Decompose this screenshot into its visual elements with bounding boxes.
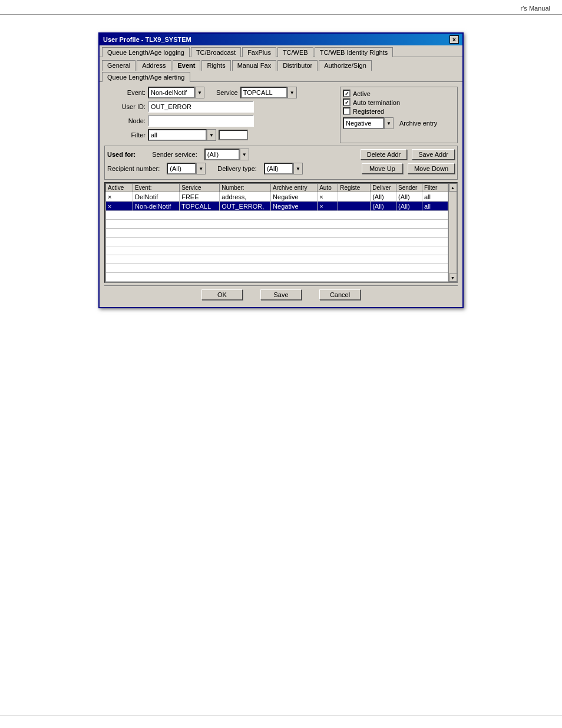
recipient-number-select-box[interactable]: (All): [167, 163, 196, 174]
dialog-title: User Profile - TLX9_SYSTEM: [103, 36, 191, 43]
table-row-empty: [106, 220, 448, 229]
sender-service-label: Sender service:: [152, 151, 197, 158]
dialog-window: User Profile - TLX9_SYSTEM × Queue Lengt…: [98, 32, 464, 308]
event-select-box[interactable]: Non-delNotif: [148, 87, 195, 98]
tab-row-2: General Address Event Rights Manual Fax …: [100, 58, 462, 82]
delivery-type-select-box[interactable]: (All): [264, 163, 293, 174]
used-for-row-2: Recipient number: (All) ▼ Delivery type:…: [107, 163, 455, 174]
col-delivery: Deliver: [371, 184, 396, 192]
active-checkbox-row: Active: [343, 90, 455, 97]
col-filter: Filter: [422, 184, 448, 192]
tab-tcweb[interactable]: TC/WEB: [277, 47, 313, 57]
page-header: r's Manual: [0, 0, 562, 15]
auto-termination-checkbox[interactable]: [343, 98, 351, 106]
delete-addr-button[interactable]: Delete Addr: [361, 149, 407, 160]
event-value: Non-delNotif: [151, 89, 187, 96]
scroll-down-button[interactable]: ▼: [449, 274, 457, 282]
tab-tc-broadcast[interactable]: TC/Broadcast: [191, 47, 241, 57]
recipient-number-dropdown-arrow[interactable]: ▼: [196, 163, 206, 174]
cancel-button[interactable]: Cancel: [319, 289, 361, 300]
delivery-type-value: (All): [267, 165, 279, 172]
table-row-empty: [106, 211, 448, 220]
tab-general[interactable]: General: [102, 60, 135, 71]
used-for-row-1: Used for: Sender service: (All) ▼ Delete…: [107, 149, 455, 160]
cell-delivery: (All): [371, 192, 396, 202]
table-row-empty: [106, 246, 448, 255]
move-up-button[interactable]: Move Up: [362, 163, 403, 174]
tab-faxplus[interactable]: FaxPlus: [242, 47, 276, 57]
delivery-type-select-container: (All) ▼: [264, 163, 303, 174]
event-select-container: Non-delNotif ▼: [148, 87, 204, 98]
table-row-empty: [106, 229, 448, 238]
table-row[interactable]: × Non-delNotif TOPCALL OUT_ERROR, Negati…: [106, 202, 448, 211]
registered-checkbox[interactable]: [343, 107, 351, 115]
dialog-titlebar: User Profile - TLX9_SYSTEM ×: [100, 34, 462, 45]
cell-archive: Negative: [271, 192, 318, 202]
close-button[interactable]: ×: [449, 35, 459, 44]
node-label: Node:: [104, 117, 146, 124]
event-dropdown-arrow[interactable]: ▼: [195, 87, 204, 98]
archive-select-box[interactable]: Negative: [343, 117, 384, 129]
top-form-section: Event: Non-delNotif ▼ Service TOPCALL: [104, 87, 458, 143]
service-dropdown-arrow[interactable]: ▼: [287, 87, 297, 98]
service-select-container: TOPCALL ▼: [240, 87, 297, 98]
event-label: Event:: [104, 89, 146, 96]
save-button[interactable]: Save: [260, 289, 302, 300]
tab-event[interactable]: Event: [173, 60, 201, 71]
page-content: User Profile - TLX9_SYSTEM × Queue Lengt…: [0, 15, 562, 326]
recipient-number-value: (All): [170, 165, 181, 172]
tab-distributor[interactable]: Distributor: [277, 60, 318, 71]
tab-tcweb-identity[interactable]: TC/WEB Identity Rights: [315, 47, 394, 57]
filter-select-box[interactable]: all: [148, 129, 207, 141]
used-for-label: Used for:: [107, 151, 135, 158]
event-row: Event: Non-delNotif ▼ Service TOPCALL: [104, 87, 335, 98]
service-value: TOPCALL: [243, 89, 273, 96]
cell-auto: ×: [318, 202, 338, 211]
tab-manual-fax[interactable]: Manual Fax: [232, 60, 276, 71]
cell-sender: (All): [396, 202, 422, 211]
cell-service: TOPCALL: [180, 202, 220, 211]
cell-active: ×: [106, 202, 133, 211]
filter-secondary-input[interactable]: [219, 130, 248, 140]
cell-delivery: (All): [371, 202, 396, 211]
cell-service: FREE: [180, 192, 220, 202]
table-row[interactable]: × DelNotif FREE address, Negative × (All…: [106, 192, 448, 202]
sender-service-dropdown-arrow[interactable]: ▼: [240, 149, 249, 160]
ok-button[interactable]: OK: [201, 289, 243, 300]
col-number: Number:: [220, 184, 271, 192]
active-checkbox[interactable]: [343, 90, 351, 97]
sender-service-select-box[interactable]: (All): [204, 149, 240, 160]
auto-termination-row: Auto termination: [343, 98, 455, 106]
cell-event: Non-delNotif: [133, 202, 180, 211]
table-row-empty: [106, 273, 448, 282]
sender-service-value: (All): [207, 151, 219, 158]
delivery-type-dropdown-arrow[interactable]: ▼: [293, 163, 303, 174]
save-addr-button[interactable]: Save Addr: [412, 149, 455, 160]
tab-rights[interactable]: Rights: [201, 60, 230, 71]
recipient-number-select-container: (All) ▼: [167, 163, 206, 174]
tab-queue-length-age-logging[interactable]: Queue Length/Age logging: [102, 47, 190, 57]
dialog-body: Event: Non-delNotif ▼ Service TOPCALL: [100, 82, 462, 307]
left-form: Event: Non-delNotif ▼ Service TOPCALL: [104, 87, 335, 143]
move-down-button[interactable]: Move Down: [408, 163, 455, 174]
col-register: Registe: [338, 184, 371, 192]
registered-label: Registered: [353, 108, 384, 115]
tab-address[interactable]: Address: [137, 60, 171, 71]
col-archive: Archive entry: [271, 184, 318, 192]
cell-auto: ×: [318, 192, 338, 202]
user-id-input[interactable]: [148, 101, 254, 113]
cell-register: [338, 202, 371, 211]
node-input[interactable]: [148, 115, 254, 127]
filter-dropdown-arrow[interactable]: ▼: [207, 129, 216, 141]
filter-row: Filter all ▼: [104, 129, 335, 141]
service-select-box[interactable]: TOPCALL: [240, 87, 287, 98]
vertical-scrollbar[interactable]: ▲ ▼: [448, 183, 457, 282]
tab-authorize-sign[interactable]: Authorize/Sign: [319, 60, 372, 71]
data-table: Active Event: Service Number: Archive en…: [105, 183, 448, 282]
table-row-empty: [106, 238, 448, 246]
scroll-up-button[interactable]: ▲: [449, 183, 457, 192]
tab-queue-alerting[interactable]: Queue Length/Age alerting: [102, 72, 190, 82]
delivery-type-label: Delivery type:: [217, 165, 257, 172]
archive-entry-label: Archive entry: [399, 120, 437, 127]
archive-dropdown-arrow[interactable]: ▼: [384, 117, 394, 129]
